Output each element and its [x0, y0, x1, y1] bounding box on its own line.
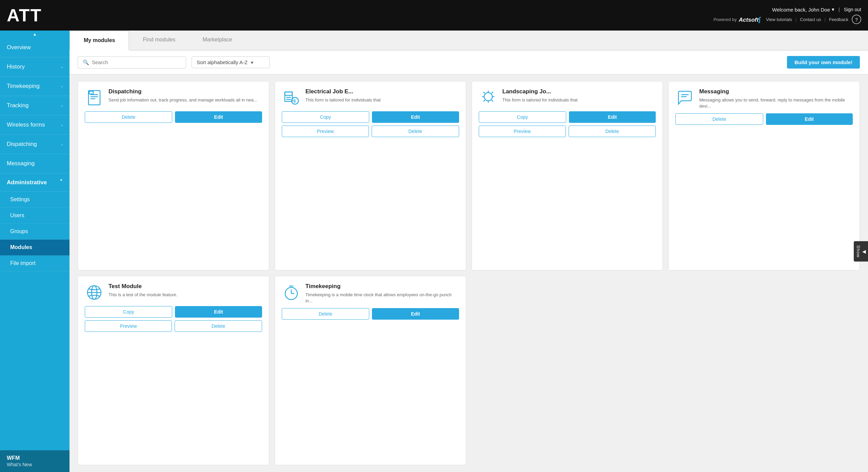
sidebar-item-settings[interactable]: Settings [0, 192, 70, 208]
show-panel-toggle[interactable]: ◀ Show [854, 241, 868, 262]
module-icon-timekeeping [282, 283, 301, 302]
svg-rect-4 [89, 91, 93, 94]
sidebar-item-messaging[interactable]: Messaging [0, 154, 70, 173]
copy-button[interactable]: Copy [282, 111, 369, 123]
preview-button[interactable]: Preview [479, 126, 566, 137]
module-info: Timekeeping Timekeeping is a mobile time… [305, 283, 459, 304]
sidebar: ▲ Overview History › Timekeeping › Track… [0, 31, 70, 472]
sign-out-link[interactable]: Sign out [844, 7, 861, 12]
module-title: Test Module [108, 283, 262, 290]
module-actions: Delete Edit [282, 308, 459, 320]
header-top-links: Welcome back, John Doe ▾ | Sign out [772, 6, 861, 13]
module-icon-landscaping [479, 88, 498, 107]
module-info: Electrical Job E... This form is tailore… [305, 88, 459, 103]
module-title: Landscaping Jo... [502, 88, 656, 95]
actions-row-1: Copy Edit [85, 306, 262, 318]
sidebar-footer: WFM What's New [0, 450, 70, 472]
edit-button[interactable]: Edit [569, 111, 656, 123]
module-card-header: Timekeeping Timekeeping is a mobile time… [282, 283, 459, 304]
module-desc: This is a test of the module feature. [108, 292, 262, 298]
sidebar-item-timekeeping[interactable]: Timekeeping › [0, 77, 70, 96]
module-info: Landscaping Jo... This form is tailored … [502, 88, 656, 103]
whats-new-label[interactable]: What's New [7, 462, 63, 467]
delete-button[interactable]: Delete [175, 320, 262, 332]
chevron-icon: › [61, 122, 63, 128]
actions-row-1: Copy Edit [282, 111, 459, 123]
edit-button[interactable]: Edit [175, 111, 262, 123]
sidebar-item-dispatching[interactable]: Dispatching › [0, 135, 70, 154]
edit-button[interactable]: Edit [175, 306, 262, 318]
tab-my-modules[interactable]: My modules [70, 31, 129, 51]
actions-row-2: Preview Delete [85, 320, 262, 332]
delete-button[interactable]: Delete [85, 111, 172, 123]
module-card-timekeeping: Timekeeping Timekeeping is a mobile time… [275, 276, 466, 465]
svg-line-18 [492, 92, 493, 93]
help-button[interactable]: ? [852, 15, 861, 24]
sidebar-item-tracking[interactable]: Tracking › [0, 96, 70, 115]
powered-by: Powered by Actsoft∫ [713, 16, 761, 23]
edit-button[interactable]: Edit [372, 308, 459, 320]
content-wrapper: My modules Find modules Marketplace 🔍 So… [70, 31, 868, 472]
tab-marketplace[interactable]: Marketplace [189, 31, 246, 51]
modules-grid: Dispatching Send job information out, tr… [70, 74, 868, 472]
module-desc: This form is tailored for individuals th… [502, 97, 656, 103]
module-title: Electrical Job E... [305, 88, 459, 95]
delete-button[interactable]: Delete [675, 113, 763, 125]
search-input[interactable] [92, 59, 181, 65]
module-icon-test [85, 283, 104, 302]
delete-button[interactable]: Delete [282, 308, 369, 320]
svg-rect-5 [285, 92, 292, 101]
sidebar-item-groups[interactable]: Groups [0, 224, 70, 240]
view-tutorials-link[interactable]: View tutorials [766, 17, 792, 22]
feedback-link[interactable]: Feedback [829, 17, 848, 22]
sidebar-item-wireless-forms[interactable]: Wireless forms › [0, 115, 70, 135]
svg-rect-0 [88, 91, 100, 105]
module-icon-dispatching [85, 88, 104, 107]
welcome-text[interactable]: Welcome back, John Doe ▾ [772, 6, 834, 13]
main-layout: ▲ Overview History › Timekeeping › Track… [0, 31, 868, 472]
svg-point-11 [484, 93, 492, 101]
search-icon: 🔍 [83, 59, 89, 65]
actions-row-1: Delete Edit [282, 308, 459, 320]
module-card-dispatching: Dispatching Send job information out, tr… [78, 81, 269, 270]
search-box[interactable]: 🔍 [78, 56, 186, 69]
delete-button[interactable]: Delete [372, 126, 459, 137]
copy-button[interactable]: Copy [85, 306, 172, 318]
module-card-header: Messaging Messaging allows you to send, … [675, 88, 853, 109]
arrow-left-icon: ◀ [862, 249, 866, 254]
module-desc: This form is tailored for individuals th… [305, 97, 459, 103]
module-card-header: Landscaping Jo... This form is tailored … [479, 88, 656, 107]
tab-find-modules[interactable]: Find modules [129, 31, 189, 51]
svg-text:$: $ [293, 98, 296, 103]
sidebar-admin-section[interactable]: Administrative ˅ [0, 173, 70, 192]
module-desc: Send job information out, track progress… [108, 97, 262, 103]
edit-button[interactable]: Edit [372, 111, 459, 123]
module-info: Messaging Messaging allows you to send, … [699, 88, 853, 109]
toolbar: 🔍 Sort alphabetically A-Z ▾ Build your o… [70, 51, 868, 74]
svg-line-16 [484, 92, 485, 93]
preview-button[interactable]: Preview [282, 126, 369, 137]
sort-dropdown[interactable]: Sort alphabetically A-Z ▾ [192, 56, 270, 68]
contact-us-link[interactable]: Contact us [800, 17, 821, 22]
tabs-bar: My modules Find modules Marketplace [70, 31, 868, 51]
module-actions: Copy Edit Preview Delete [479, 111, 656, 137]
sidebar-item-file-import[interactable]: File import [0, 256, 70, 271]
chevron-icon: › [61, 84, 63, 89]
preview-button[interactable]: Preview [85, 320, 172, 332]
edit-button[interactable]: Edit [766, 113, 853, 125]
actions-row-1: Copy Edit [479, 111, 656, 123]
sidebar-item-history[interactable]: History › [0, 57, 70, 77]
copy-button[interactable]: Copy [479, 111, 566, 123]
sidebar-item-modules[interactable]: Modules [0, 240, 70, 256]
header-links: View tutorials | Contact us | Feedback ? [766, 15, 861, 24]
actions-row-2: Preview Delete [282, 126, 459, 137]
sidebar-item-overview[interactable]: Overview [0, 38, 70, 57]
show-panel-label: Show [856, 245, 861, 258]
top-header: ATT Welcome back, John Doe ▾ | Sign out … [0, 0, 868, 31]
sidebar-scroll-up[interactable]: ▲ [0, 31, 70, 38]
sidebar-item-users[interactable]: Users [0, 208, 70, 224]
svg-line-19 [484, 100, 485, 101]
delete-button[interactable]: Delete [569, 126, 656, 137]
build-module-button[interactable]: Build your own module! [787, 56, 860, 69]
chevron-icon: ˅ [60, 179, 63, 186]
